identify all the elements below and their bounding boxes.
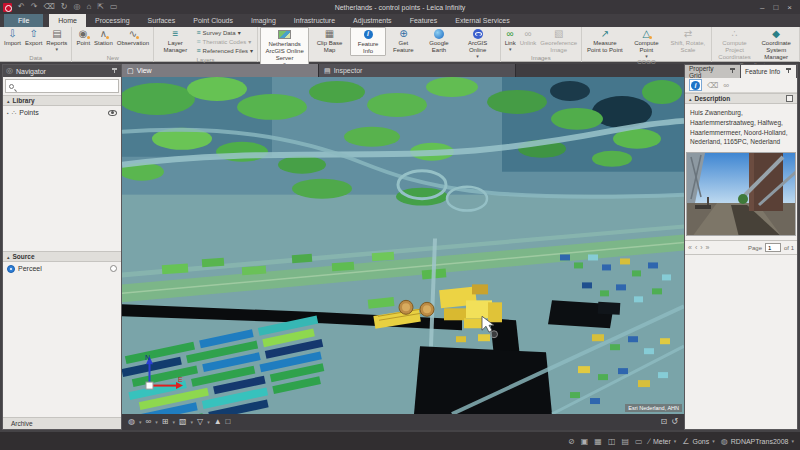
grid-tool-icon[interactable]: ⊞: [162, 414, 169, 430]
perceel-item[interactable]: Perceel: [3, 262, 121, 275]
close-button[interactable]: ×: [787, 3, 792, 12]
arcgis-online-button[interactable]: ArcGIS Online ▾: [458, 27, 498, 58]
dropdown-icon[interactable]: ▾: [191, 419, 194, 425]
pager-first-button[interactable]: «: [688, 244, 692, 251]
status-icon-6[interactable]: ▭: [635, 437, 643, 446]
tab-external-services[interactable]: External Services: [446, 14, 518, 27]
tab-file[interactable]: File: [4, 14, 43, 27]
link-button[interactable]: ∞ Link ▾: [503, 27, 518, 51]
ribbon-group-new: ◉ Point ∧ Station ∿ Observation New: [72, 27, 154, 62]
dropdown-icon[interactable]: ▾: [172, 419, 175, 425]
pager-prev-button[interactable]: ‹: [695, 244, 697, 251]
clip-base-map-button[interactable]: ▦ Clip Base Map: [309, 27, 350, 54]
arcgis-online-dropdown-icon[interactable]: ▾: [476, 54, 479, 58]
crs-selector[interactable]: ◍ RDNAPTrans2008 ▾: [721, 437, 794, 446]
undo-icon[interactable]: ↶: [18, 0, 25, 14]
netherlands-arcgis-server-button[interactable]: Netherlands ArcGIS Online Server ▾: [260, 27, 309, 67]
status-icon-1[interactable]: ⊘: [568, 437, 575, 446]
angle-unit-selector[interactable]: ∠ Gons ▾: [682, 437, 714, 446]
orbit-icon[interactable]: ↺: [671, 414, 678, 430]
page-input[interactable]: [765, 243, 781, 252]
terrain-tool-icon[interactable]: ▲: [214, 414, 222, 430]
tab-point-clouds[interactable]: Point Clouds: [184, 14, 242, 27]
station-button[interactable]: ∧ Station: [92, 27, 115, 47]
map-canvas[interactable]: N E Esri Nederland, AHN: [122, 77, 684, 414]
tab-adjustments[interactable]: Adjustments: [344, 14, 401, 27]
navigator-search-input[interactable]: [5, 79, 119, 93]
survey-data-button[interactable]: ≡ Survey Data ▾: [197, 29, 253, 36]
tab-processing[interactable]: Processing: [86, 14, 139, 27]
coordinate-system-manager-button[interactable]: ◆ Coordinate System Manager: [755, 27, 797, 61]
archive-icon[interactable]: ⌂: [86, 0, 91, 14]
search-icon: [9, 84, 14, 89]
dropdown-icon[interactable]: ▾: [139, 419, 142, 425]
navigator-icon: ◎: [6, 64, 13, 78]
source-section-header[interactable]: ▴ Source: [3, 251, 121, 262]
point-button[interactable]: ◉ Point: [74, 27, 92, 47]
points-item[interactable]: ▪ ∴ Points: [3, 106, 121, 119]
restore-button[interactable]: □: [773, 3, 778, 12]
referenced-files-button[interactable]: ≡ Referenced Files ▾: [197, 47, 253, 54]
tab-property-grid[interactable]: Property Grid: [685, 65, 741, 78]
info-toggle-button[interactable]: i: [689, 79, 702, 91]
reports-button[interactable]: ▤ Reports ▾: [44, 27, 69, 51]
perceel-radio[interactable]: [110, 265, 117, 272]
google-earth-button[interactable]: Google Earth: [420, 27, 457, 54]
inspector-tab-label: Inspector: [334, 67, 363, 74]
get-feature-button[interactable]: ⊕ Get Feature: [386, 27, 420, 54]
link-tool-icon[interactable]: ∞: [146, 414, 152, 430]
axis-east-label: E: [178, 376, 183, 383]
navigator-pin-icon[interactable]: [111, 68, 118, 75]
export-button[interactable]: ⇧ Export: [23, 27, 44, 47]
layer-manager-button[interactable]: ≡ Layer Manager: [156, 27, 194, 54]
copy-icon[interactable]: [786, 95, 793, 102]
zoom-extent-icon[interactable]: ⊡: [661, 414, 668, 430]
distance-unit-selector[interactable]: ∕ Meter ▾: [649, 437, 677, 446]
survey-data-dropdown-icon[interactable]: ▾: [238, 29, 241, 36]
dropdown-icon[interactable]: ▾: [155, 419, 158, 425]
tab-infrastructure[interactable]: Infrastructure: [285, 14, 344, 27]
import-button[interactable]: ⇩ Import: [2, 27, 23, 47]
tab-imaging[interactable]: Imaging: [242, 14, 285, 27]
status-icon-3[interactable]: ▦: [594, 437, 602, 446]
tab-view[interactable]: ▢ View: [122, 64, 319, 77]
layers-tool-icon[interactable]: ▧: [179, 414, 187, 430]
referenced-files-dropdown-icon[interactable]: ▾: [250, 47, 253, 54]
link-dropdown-icon[interactable]: ▾: [509, 47, 512, 51]
status-icon-2[interactable]: ▣: [581, 437, 589, 446]
snapshot-icon[interactable]: ◎: [73, 0, 80, 14]
tab-features[interactable]: Features: [401, 14, 447, 27]
link-feature-button: ∞: [723, 81, 729, 90]
status-icon-5[interactable]: ▤: [621, 437, 629, 446]
pager-next-button[interactable]: ›: [700, 244, 702, 251]
user-export-icon[interactable]: ⇱: [97, 0, 104, 14]
measure-point-to-point-button[interactable]: ↗ Measure Point to Point: [584, 27, 626, 54]
basemap-tool-icon[interactable]: ◍: [128, 414, 135, 430]
minimize-button[interactable]: –: [760, 3, 764, 12]
visibility-eye-icon[interactable]: [108, 110, 117, 116]
observation-button[interactable]: ∿ Observation: [115, 27, 151, 47]
tab-home[interactable]: Home: [49, 14, 86, 27]
refresh-icon[interactable]: ↻: [61, 0, 68, 14]
feature-photo[interactable]: [686, 152, 796, 236]
tab-inspector[interactable]: ▤ Inspector: [319, 64, 516, 77]
archive-bar[interactable]: Archive: [3, 417, 121, 429]
select-tool-icon[interactable]: □: [226, 414, 231, 430]
reports-dropdown-icon[interactable]: ▾: [56, 47, 59, 51]
delete-icon[interactable]: ⌫: [43, 0, 54, 14]
property-grid-pin-icon[interactable]: [729, 68, 736, 75]
unlink-label: Unlink: [520, 40, 537, 47]
feature-info-pin-icon[interactable]: [785, 68, 792, 75]
box-icon[interactable]: ▭: [110, 0, 118, 14]
filter-tool-icon[interactable]: ▽: [197, 414, 203, 430]
library-section-header[interactable]: ▴ Library: [3, 95, 121, 106]
feature-info-button[interactable]: i Feature Info: [350, 27, 386, 56]
pager-last-button[interactable]: »: [706, 244, 710, 251]
status-icon-4[interactable]: ◫: [608, 437, 616, 446]
dropdown-icon[interactable]: ▾: [207, 419, 210, 425]
description-section-header[interactable]: ▴ Description: [685, 93, 797, 104]
tab-surfaces[interactable]: Surfaces: [139, 14, 185, 27]
tab-feature-info[interactable]: Feature Info: [741, 65, 797, 78]
redo-icon[interactable]: ↷: [31, 0, 38, 14]
compute-point-button[interactable]: △ Compute Point ▾: [626, 27, 667, 58]
